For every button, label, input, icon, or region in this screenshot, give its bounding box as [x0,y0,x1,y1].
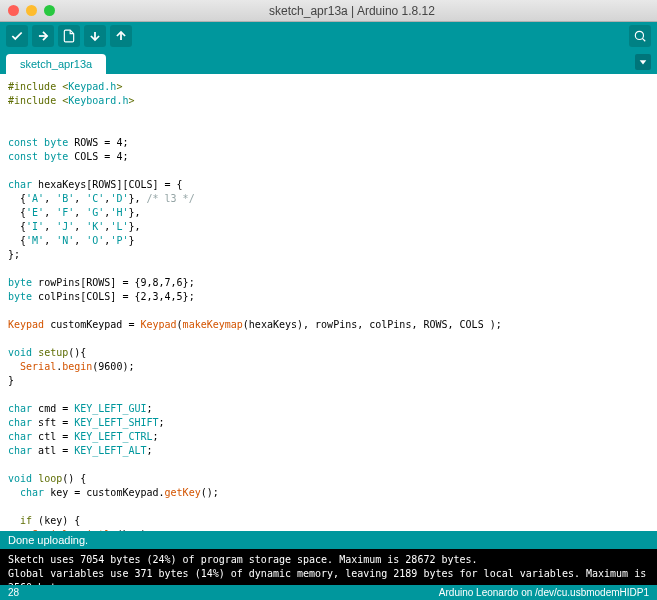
code-editor[interactable]: #include <Keypad.h>#include <Keyboard.h>… [0,74,657,531]
code-line: byte rowPins[ROWS] = {9,8,7,6}; [8,276,649,290]
sketch-tab[interactable]: sketch_apr13a [6,54,106,74]
svg-point-3 [635,31,643,39]
code-line: const byte ROWS = 4; [8,136,649,150]
toolbar [0,22,657,50]
code-line: char sft = KEY_LEFT_SHIFT; [8,416,649,430]
code-line: char ctl = KEY_LEFT_CTRL; [8,430,649,444]
console-line: Sketch uses 7054 bytes (24%) of program … [8,553,649,567]
line-number: 28 [8,587,19,598]
code-line [8,122,649,136]
code-line: byte colPins[COLS] = {2,3,4,5}; [8,290,649,304]
code-line: char atl = KEY_LEFT_ALT; [8,444,649,458]
code-line [8,262,649,276]
tab-menu-icon[interactable] [635,54,651,70]
code-line [8,458,649,472]
arduino-window: sketch_apr13a | Arduino 1.8.12 sketch_ap… [0,0,657,600]
code-line: {'I', 'J', 'K','L'}, [8,220,649,234]
save-button[interactable] [110,25,132,47]
code-line: char hexaKeys[ROWS][COLS] = { [8,178,649,192]
code-line: {'A', 'B', 'C','D'}, /* l3 */ [8,192,649,206]
footer: 28 Arduino Leonardo on /dev/cu.usbmodemH… [0,585,657,600]
close-icon[interactable] [8,5,19,16]
code-line [8,164,649,178]
code-line: void setup(){ [8,346,649,360]
code-line [8,500,649,514]
code-line [8,332,649,346]
code-line: Keypad customKeypad = Keypad(makeKeymap(… [8,318,649,332]
maximize-icon[interactable] [44,5,55,16]
serial-monitor-button[interactable] [629,25,651,47]
code-line: #include <Keypad.h> [8,80,649,94]
code-line [8,108,649,122]
code-line: char cmd = KEY_LEFT_GUI; [8,402,649,416]
code-line: {'E', 'F', 'G','H'}, [8,206,649,220]
code-line: void loop() { [8,472,649,486]
code-line: const byte COLS = 4; [8,150,649,164]
minimize-icon[interactable] [26,5,37,16]
code-line: }; [8,248,649,262]
new-button[interactable] [58,25,80,47]
traffic-lights [8,5,55,16]
open-button[interactable] [84,25,106,47]
code-line: {'M', 'N', 'O','P'} [8,234,649,248]
code-line [8,304,649,318]
console-output[interactable]: Sketch uses 7054 bytes (24%) of program … [0,549,657,585]
code-line: if (key) { [8,514,649,528]
code-line: Serial.begin(9600); [8,360,649,374]
window-title: sketch_apr13a | Arduino 1.8.12 [55,4,649,18]
titlebar: sketch_apr13a | Arduino 1.8.12 [0,0,657,22]
code-line: char key = customKeypad.getKey(); [8,486,649,500]
tabbar: sketch_apr13a [0,50,657,74]
code-line: } [8,374,649,388]
svg-marker-5 [640,60,647,64]
verify-button[interactable] [6,25,28,47]
status-bar: Done uploading. [0,531,657,549]
code-line [8,388,649,402]
upload-button[interactable] [32,25,54,47]
code-line: #include <Keyboard.h> [8,94,649,108]
board-port-info: Arduino Leonardo on /dev/cu.usbmodemHIDP… [439,587,649,598]
svg-line-4 [642,38,645,41]
